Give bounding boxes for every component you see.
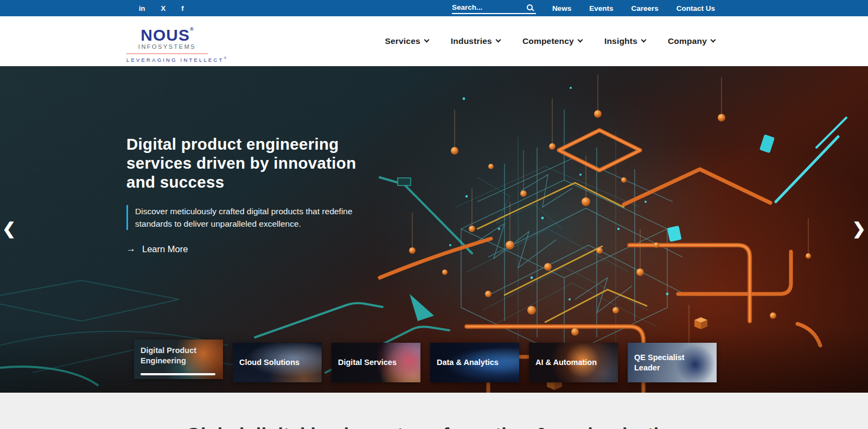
carousel-prev-button[interactable]: ❮ — [2, 220, 16, 238]
registered-mark-icon: ® — [224, 56, 226, 60]
main-nav: Services Industries Competency Insights … — [385, 16, 715, 66]
search-box[interactable] — [452, 1, 536, 14]
main-header: NOUS® INFOSYSTEMS LEVERAGING INTELLECT® … — [0, 16, 868, 66]
search-input[interactable] — [452, 3, 517, 11]
carousel-next-button[interactable]: ❯ — [852, 220, 866, 238]
learn-more-link[interactable]: → Learn More — [126, 244, 188, 254]
chevron-down-icon — [495, 37, 501, 43]
topbar-link-contact-us[interactable]: Contact Us — [676, 4, 715, 12]
facebook-icon[interactable]: f — [181, 4, 183, 12]
section-heading: Global digital business transformation &… — [0, 393, 868, 429]
nav-item-competency[interactable]: Competency — [522, 36, 582, 46]
logo-subtitle: INFOSYSTEMS — [126, 43, 208, 50]
chevron-down-icon — [424, 37, 429, 43]
registered-mark-icon: ® — [190, 27, 194, 32]
hero-title: Digital product engineering services dri… — [126, 135, 384, 191]
next-section: Global digital business transformation &… — [0, 393, 868, 429]
slide-thumb-cloud-solutions[interactable]: Cloud Solutions — [233, 343, 322, 382]
topbar-links: News Events Careers Contact Us — [552, 0, 715, 16]
topbar-link-events[interactable]: Events — [589, 4, 613, 12]
slide-thumb-data-analytics[interactable]: Data & Analytics — [430, 343, 519, 382]
slide-thumb-digital-product-engineering[interactable]: Digital Product Engineering — [134, 340, 223, 379]
learn-more-label: Learn More — [142, 244, 188, 254]
nous-logo[interactable]: NOUS® INFOSYSTEMS LEVERAGING INTELLECT® — [126, 21, 208, 63]
hero-content: Digital product engineering services dri… — [126, 135, 384, 254]
top-bar: in X f News Events Careers Contact Us — [0, 0, 868, 16]
hero-subtitle: Discover meticulously crafted digital pr… — [126, 205, 359, 230]
x-twitter-icon[interactable]: X — [161, 4, 166, 12]
chevron-down-icon — [577, 37, 583, 43]
logo-wordmark: NOUS® — [126, 21, 208, 43]
logo-underline — [126, 53, 208, 54]
carousel-thumbnails: Digital Product Engineering Cloud Soluti… — [134, 343, 717, 382]
topbar-link-news[interactable]: News — [552, 4, 571, 12]
nav-item-services[interactable]: Services — [385, 36, 428, 46]
linkedin-icon[interactable]: in — [139, 4, 145, 12]
slide-thumb-digital-services[interactable]: Digital Services — [331, 343, 420, 382]
nav-item-insights[interactable]: Insights — [604, 36, 646, 46]
slide-thumb-ai-automation[interactable]: AI & Automation — [529, 343, 618, 382]
topbar-link-careers[interactable]: Careers — [631, 4, 658, 12]
arrow-right-icon: → — [126, 244, 136, 254]
search-icon[interactable] — [527, 4, 533, 10]
chevron-down-icon — [641, 37, 647, 43]
slide-thumb-qe-specialist-leader[interactable]: QE Specialist Leader — [628, 343, 717, 382]
slide-progress-bar — [141, 373, 215, 375]
hero-banner: Digital product engineering services dri… — [0, 66, 868, 393]
logo-tagline: LEVERAGING INTELLECT® — [126, 56, 208, 63]
nav-item-company[interactable]: Company — [668, 36, 715, 46]
chevron-down-icon — [711, 37, 716, 43]
social-links: in X f — [139, 0, 184, 16]
nav-item-industries[interactable]: Industries — [451, 36, 500, 46]
